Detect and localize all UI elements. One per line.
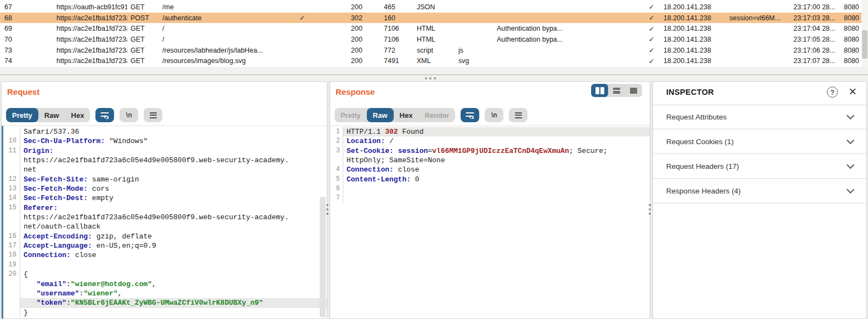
inspector-section-request-headers-17[interactable]: Request Headers (17) [653,154,866,179]
line-number: 3 [330,146,343,156]
cell-num: 74 [0,57,52,65]
history-row[interactable]: 69https://ac2e1fba1fd723a6...GET/2007106… [0,23,868,34]
editor-menu-button[interactable] [144,108,162,122]
line-number: 2 [330,136,343,146]
cell-method: GET [127,25,159,32]
editor-line: https://ac2e1fba1fd723a6c05e4d9e005800f9… [3,156,327,165]
editor-line: } [3,308,327,317]
cell-host: https://ac2e1fba1fd723a6... [52,25,127,32]
cell-ip: 18.200.141.238 [660,3,725,11]
line-number [330,156,343,165]
cell-num: 73 [0,47,52,54]
editor-line: 16Accept-Encoding: gzip, deflate [3,232,327,241]
chevron-down-icon [847,186,854,193]
help-icon[interactable]: ? [827,87,838,98]
editor-layout-toggle [591,84,642,97]
inspector-section-request-cookies-1[interactable]: Request Cookies (1) [653,129,866,154]
line-number: 5 [330,175,343,184]
wrap-lines-button[interactable] [461,108,479,122]
cell-cookies: session=vl66M... [725,14,790,22]
cell-mime: JSON [413,3,455,11]
request-scrollbar-thumb[interactable] [320,197,326,317]
inspector-panel: INSPECTOR ? × Request AttributesRequest … [653,81,867,319]
history-row[interactable]: 74https://ac2e1fba1fd723a6...GET/resourc… [0,55,868,66]
editor-line: 2Location: / [330,136,650,146]
line-number: 6 [330,184,343,193]
response-editor[interactable]: 1HTTP/1.1 302 Found2Location: /3Set-Cook… [330,126,650,318]
line-number: 19 [3,260,20,270]
vertical-splitter-handle[interactable] [326,204,328,215]
tab-raw[interactable]: Raw [367,108,394,122]
history-row[interactable]: 68https://ac2e1fba1fd723a6...POST/authen… [0,13,868,24]
cell-num: 69 [0,25,52,32]
layout-single-button[interactable] [625,84,642,97]
newline-toggle-button[interactable]: \n [485,108,503,122]
cell-method: POST [127,14,159,22]
cell-tls: ✓ [645,35,660,43]
editor-line: 4Connection: close [330,165,650,174]
line-number: 20 [3,270,20,279]
wrap-lines-button[interactable] [95,108,114,122]
hamburger-icon [150,112,157,118]
cell-mime: HTML [413,36,455,43]
cell-num: 68 [0,14,52,22]
cell-ext: svg [455,57,493,65]
cell-mime: script [413,47,455,54]
tab-hex[interactable]: Hex [394,108,419,122]
tab-render[interactable]: Render [418,108,455,122]
editor-line: 17Accept-Language: en-US,en;q=0.9 [3,241,327,250]
cell-tls: ✓ [645,25,660,33]
editor-line: 10Sec-Ch-Ua-Platform: "Windows" [3,136,327,146]
layout-columns-button[interactable] [591,84,608,97]
table-scrollbar-track[interactable] [861,0,868,67]
newline-toggle-button[interactable]: \n [120,108,138,122]
table-scrollbar-thumb[interactable] [862,30,867,59]
cell-num: 70 [0,36,52,43]
inspector-section-response-headers-4[interactable]: Response Headers (4) [653,179,866,203]
inspector-section-request-attributes[interactable]: Request Attributes [653,105,866,129]
editor-line: 11Origin: [3,146,327,156]
tab-raw[interactable]: Raw [38,108,65,122]
line-number: 11 [3,146,20,156]
editor-line: 1HTTP/1.1 302 Found [330,127,650,136]
horizontal-splitter[interactable] [0,67,868,81]
section-label: Request Cookies (1) [666,138,734,146]
cell-method: GET [127,57,159,65]
cell-params: ✓ [296,14,347,22]
line-number: 13 [3,184,20,193]
cell-length: 465 [380,3,413,11]
editor-line: 12Sec-Fetch-Site: same-origin [3,175,327,184]
editor-line: "token":"KN5BLr6jEAAKt_ZyWBG-UMwaZCfiV0w… [3,298,327,307]
history-row[interactable]: 73https://ac2e1fba1fd723a6...GET/resourc… [0,45,868,56]
cell-length: 7106 [380,36,413,43]
line-number: 10 [3,136,20,146]
wrap-icon [100,111,110,119]
cell-length: 7106 [380,25,413,32]
cell-time: 23:17:06 28... [790,47,841,54]
line-number [3,213,20,222]
cell-method: GET [127,36,159,43]
horizontal-splitter-handle-icon[interactable] [425,77,436,79]
line-number [3,280,20,289]
close-icon[interactable]: × [849,84,856,99]
response-panel-title: Response [336,87,375,96]
history-row[interactable]: 67https://oauth-acb91fc91f6...GET/me2004… [0,2,868,13]
tab-pretty[interactable]: Pretty [334,108,367,122]
history-row[interactable]: 70https://ac2e1fba1fd723a6...GET/2007106… [0,34,868,45]
editor-line: 13Sec-Fetch-Mode: cors [3,184,327,193]
cell-status: 200 [347,57,380,65]
request-editor[interactable]: Safari/537.3610Sec-Ch-Ua-Platform: "Wind… [2,126,327,318]
editor-line: 19 [3,260,327,270]
tab-pretty[interactable]: Pretty [6,108,38,122]
cell-tls: ✓ [645,3,660,11]
editor-menu-button[interactable] [509,108,527,122]
layout-rows-button[interactable] [608,84,625,97]
cell-path: /me [159,3,296,11]
tab-hex[interactable]: Hex [65,108,90,122]
hamburger-icon [515,112,522,118]
inspector-title: INSPECTOR [666,88,714,96]
editor-line: 5Content-Length: 0 [330,175,650,184]
cell-host: https://ac2e1fba1fd723a6... [52,47,127,54]
vertical-splitter-handle[interactable] [649,204,651,215]
section-label: Response Headers (4) [666,187,741,195]
